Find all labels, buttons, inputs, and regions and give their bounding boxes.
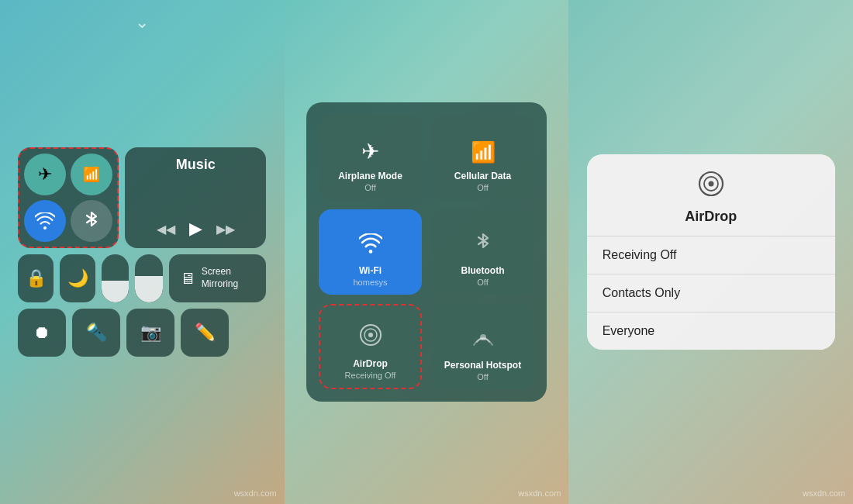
screen-mirroring-button[interactable]: 🖥 Screen Mirroring [169, 254, 267, 302]
cellular-tile-label: Cellular Data [454, 171, 511, 183]
airplane-tile-sub: Off [364, 183, 375, 192]
wifi-tile[interactable]: Wi-Fi homesys [319, 209, 422, 295]
do-not-disturb-button[interactable]: 🌙 [60, 254, 95, 302]
watermark-left: wsxdn.com [234, 488, 277, 498]
moon-icon: 🌙 [67, 268, 88, 288]
prev-button[interactable]: ◀◀ [157, 222, 175, 236]
cellular-data-button[interactable]: 📶 [71, 154, 112, 195]
second-row: 🔒 🌙 🖥 Screen Mirroring [18, 254, 266, 302]
edit-icon: ✏️ [195, 323, 216, 343]
watermark-mid: wsxdn.com [518, 488, 561, 498]
music-title: Music [136, 157, 255, 173]
wifi-button[interactable] [24, 200, 66, 242]
watermark-right: wsxdn.com [803, 488, 845, 498]
chevron-icon: ⌄ [135, 14, 149, 31]
airplane-tile-icon: ✈ [361, 139, 379, 164]
cellular-data-tile[interactable]: 📶 Cellular Data Off [431, 115, 534, 200]
brightness-slider[interactable] [102, 254, 129, 302]
contacts-only-option[interactable]: Contacts Only [587, 274, 835, 312]
bluetooth-tile-label: Bluetooth [461, 265, 505, 278]
airdrop-menu: AirDrop Receiving Off Contacts Only Ever… [587, 154, 835, 350]
rotation-lock-button[interactable]: 🔒 [18, 254, 54, 302]
airplane-icon: ✈ [38, 164, 52, 185]
cellular-tile-icon: 📶 [471, 140, 496, 164]
wifi-tile-icon [359, 233, 382, 259]
airplane-mode-button[interactable]: ✈ [24, 154, 66, 195]
airdrop-tile-icon [359, 323, 382, 352]
bluetooth-tile-icon [476, 232, 490, 259]
brightness-fill [102, 281, 129, 302]
control-center-grid: ✈ Airplane Mode Off 📶 Cellular Data Off … [306, 102, 547, 402]
bluetooth-tile[interactable]: Bluetooth Off [431, 209, 534, 295]
wifi-tile-label: Wi-Fi [359, 265, 382, 278]
cellular-tile-sub: Off [477, 183, 488, 192]
connectivity-box: ✈ 📶 [18, 147, 119, 248]
airdrop-tile-sub: Receiving Off [345, 371, 396, 380]
airdrop-tile[interactable]: AirDrop Receiving Off [319, 304, 422, 389]
music-box: Music ◀◀ ▶ ▶▶ [125, 147, 266, 248]
edit-button[interactable]: ✏️ [181, 309, 229, 357]
top-row: ✈ 📶 [18, 147, 266, 248]
hotspot-tile-label: Personal Hotspot [444, 360, 521, 372]
panel-right: AirDrop Receiving Off Contacts Only Ever… [568, 0, 853, 504]
airdrop-tile-label: AirDrop [353, 358, 388, 371]
flashlight-button[interactable]: 🔦 [72, 309, 120, 357]
hotspot-tile-sub: Off [477, 372, 488, 381]
next-button[interactable]: ▶▶ [216, 222, 235, 236]
volume-slider[interactable] [135, 254, 162, 302]
svg-point-2 [368, 333, 373, 337]
wifi-tile-sub: homesys [353, 278, 387, 287]
bluetooth-tile-sub: Off [477, 278, 488, 287]
receiving-off-option[interactable]: Receiving Off [587, 236, 835, 274]
airplane-tile-label: Airplane Mode [338, 171, 402, 183]
bluetooth-icon [85, 211, 98, 231]
camera-icon: 📷 [140, 323, 161, 343]
music-controls: ◀◀ ▶ ▶▶ [136, 219, 255, 239]
cellular-icon: 📶 [83, 166, 100, 183]
left-controls: ✈ 📶 [10, 140, 274, 364]
everyone-option[interactable]: Everyone [587, 312, 835, 350]
rotation-lock-icon: 🔒 [26, 268, 47, 288]
screen-record-icon: ⏺ [33, 323, 50, 343]
airdrop-menu-icon [697, 170, 725, 204]
panel-mid: ✈ Airplane Mode Off 📶 Cellular Data Off … [285, 0, 569, 504]
wifi-icon [35, 212, 55, 230]
screen-mirror-icon: 🖥 [180, 270, 195, 288]
airplane-mode-tile[interactable]: ✈ Airplane Mode Off [319, 115, 422, 200]
flashlight-icon: 🔦 [86, 323, 107, 343]
svg-point-6 [708, 181, 713, 187]
hotspot-tile[interactable]: Personal Hotspot Off [431, 304, 534, 389]
panel-left: ⌄ ✈ 📶 [0, 0, 285, 504]
bluetooth-button[interactable] [71, 200, 112, 242]
bottom-row: ⏺ 🔦 📷 ✏️ [18, 309, 266, 357]
volume-fill [135, 276, 162, 302]
airdrop-menu-title: AirDrop [685, 209, 737, 225]
play-button[interactable]: ▶ [189, 219, 202, 239]
hotspot-tile-icon [472, 326, 494, 354]
screen-mirror-label: Screen Mirroring [202, 266, 256, 290]
screen-record-button[interactable]: ⏺ [18, 309, 66, 357]
airdrop-header: AirDrop [587, 154, 835, 236]
camera-button[interactable]: 📷 [126, 309, 174, 357]
